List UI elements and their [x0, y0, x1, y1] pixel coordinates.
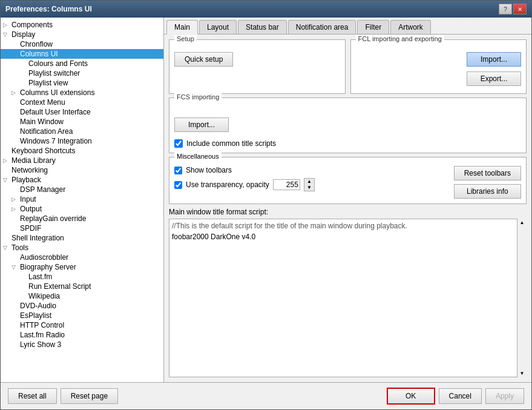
sidebar-item-context-menu[interactable]: Context Menu: [1, 98, 163, 107]
sidebar-item-audioscrobbler[interactable]: Audioscrobbler: [1, 253, 163, 262]
sidebar-item-esplaylist[interactable]: EsPlaylist: [1, 311, 163, 320]
titlebar: Preferences: Columns UI ? ✕: [1, 1, 531, 18]
sidebar-item-shell-integration[interactable]: Shell Integration: [1, 233, 163, 243]
sidebar-item-media-library[interactable]: ▷Media Library: [1, 156, 163, 165]
fcl-import-button[interactable]: Import...: [467, 52, 521, 67]
reset-all-button[interactable]: Reset all: [8, 388, 57, 404]
fcs-panel: FCS importing Import... Include common t…: [169, 98, 527, 153]
sidebar-item-dvd-audio[interactable]: DVD-Audio: [1, 301, 163, 311]
sidebar-item-replaygain-override[interactable]: ReplayGain override: [1, 214, 163, 223]
title-format-line1: //This is the default script for the tit…: [172, 222, 515, 230]
reset-toolbars-button[interactable]: Reset toolbars: [454, 166, 521, 180]
misc-inner: Show toolbars Use transparency, opacity …: [174, 164, 521, 199]
scroll-up-button[interactable]: ▲: [517, 219, 527, 225]
preferences-window: Preferences: Columns UI ? ✕ ▷Components▽…: [0, 0, 532, 410]
ok-button[interactable]: OK: [387, 388, 435, 405]
sidebar-item-colours-fonts[interactable]: Colours and Fonts: [1, 59, 163, 68]
sidebar-item-wikipedia[interactable]: Wikipedia: [1, 291, 163, 301]
title-format-line2: foobar2000 DarkOne v4.0: [172, 233, 515, 241]
close-button[interactable]: ✕: [513, 4, 527, 15]
transparency-checkbox[interactable]: [174, 181, 182, 189]
bottom-bar: Reset all Reset page OK Cancel Apply: [1, 382, 531, 409]
sidebar-label-media-library: Media Library: [11, 156, 56, 165]
sidebar-item-display[interactable]: ▽Display: [1, 30, 163, 39]
tab-notification-area[interactable]: Notification area: [288, 20, 356, 34]
fcs-import-button[interactable]: Import...: [174, 117, 229, 132]
sidebar-item-columns-ui-ext[interactable]: ▷Columns UI extensions: [1, 88, 163, 98]
sidebar-item-tools[interactable]: ▽Tools: [1, 243, 163, 253]
sidebar-item-spdif[interactable]: SPDIF: [1, 223, 163, 233]
opacity-input[interactable]: [273, 179, 300, 190]
content-area: Setup Quick setup FCL importing and expo…: [164, 35, 531, 382]
include-common-row: Include common title scripts: [174, 139, 521, 148]
tab-status-bar[interactable]: Status bar: [238, 20, 287, 34]
right-panel: MainLayoutStatus barNotification areaFil…: [164, 18, 531, 382]
sidebar-item-lastfm-radio[interactable]: Last.fm Radio: [1, 330, 163, 340]
opacity-up-button[interactable]: ▲: [304, 179, 314, 185]
title-format-box[interactable]: //This is the default script for the tit…: [169, 219, 527, 377]
sidebar-label-lastfm: Last.fm: [28, 273, 52, 281]
sidebar-item-lyric-show-3[interactable]: Lyric Show 3: [1, 340, 163, 349]
sidebar-item-dsp-manager[interactable]: DSP Manager: [1, 185, 163, 194]
sidebar-label-playback: Playback: [11, 176, 41, 184]
left-buttons: Reset all Reset page: [8, 388, 118, 404]
include-common-label: Include common title scripts: [186, 139, 276, 148]
help-button[interactable]: ?: [499, 4, 512, 15]
sidebar-item-biography-server[interactable]: ▽Biography Server: [1, 262, 163, 272]
sidebar-label-columns-ui-ext: Columns UI extensions: [20, 88, 94, 97]
sidebar-label-chronflow: Chronflow: [20, 40, 53, 48]
show-toolbars-checkbox[interactable]: [174, 167, 182, 174]
tab-artwork[interactable]: Artwork: [390, 20, 431, 34]
sidebar-item-columns-ui[interactable]: Columns UI: [1, 49, 163, 59]
sidebar-item-chronflow[interactable]: Chronflow: [1, 39, 163, 49]
sidebar-item-run-external-script[interactable]: Run External Script: [1, 282, 163, 291]
sidebar-item-lastfm[interactable]: Last.fm: [1, 272, 163, 282]
include-common-checkbox[interactable]: [174, 139, 183, 148]
title-format-label: Main window title format script:: [169, 208, 527, 216]
sidebar-label-input: Input: [20, 195, 36, 203]
sidebar-item-http-control[interactable]: HTTP Control: [1, 320, 163, 330]
sidebar-label-replaygain-override: ReplayGain override: [20, 214, 86, 223]
fcl-panel: FCL importing and exporting Import... Ex…: [350, 39, 527, 94]
sidebar-label-run-external-script: Run External Script: [28, 282, 91, 291]
opacity-down-button[interactable]: ▼: [304, 185, 314, 191]
tab-layout[interactable]: Layout: [199, 20, 237, 34]
sidebar-item-playlist-view[interactable]: Playlist view: [1, 78, 163, 88]
reset-page-button[interactable]: Reset page: [61, 388, 118, 404]
misc-left: Show toolbars Use transparency, opacity …: [174, 166, 449, 199]
title-format-area: Main window title format script: //This …: [169, 208, 527, 377]
sidebar-item-output[interactable]: ▷Output: [1, 204, 163, 214]
sidebar-item-playlist-switcher[interactable]: Playlist switcher: [1, 68, 163, 78]
sidebar-item-input[interactable]: ▷Input: [1, 194, 163, 204]
sidebar-label-dvd-audio: DVD-Audio: [20, 302, 56, 310]
sidebar-item-networking[interactable]: Networking: [1, 165, 163, 175]
sidebar-item-windows-7-integration[interactable]: Windows 7 Integration: [1, 136, 163, 146]
transparency-row: Use transparency, opacity ▲ ▼: [174, 178, 449, 191]
quick-setup-button[interactable]: Quick setup: [174, 52, 233, 67]
sidebar-item-default-user-interface[interactable]: Default User Interface: [1, 107, 163, 117]
sidebar-label-shell-integration: Shell Integration: [11, 234, 64, 242]
sidebar-label-default-user-interface: Default User Interface: [20, 108, 91, 116]
sidebar-label-playlist-view: Playlist view: [28, 79, 68, 87]
tree-arrow-display: ▽: [3, 31, 11, 38]
show-toolbars-label: Show toolbars: [186, 166, 232, 174]
sidebar-label-main-window: Main Window: [20, 117, 64, 126]
fcl-export-button[interactable]: Export...: [467, 71, 521, 86]
sidebar-item-playback[interactable]: ▽Playback: [1, 175, 163, 185]
cancel-button[interactable]: Cancel: [439, 388, 482, 404]
misc-group-label: Miscellaneous: [174, 153, 222, 160]
tab-main[interactable]: Main: [166, 20, 198, 35]
tab-filter[interactable]: Filter: [357, 20, 389, 34]
sidebar-item-main-window[interactable]: Main Window: [1, 117, 163, 127]
sidebar-label-lastfm-radio: Last.fm Radio: [20, 331, 65, 339]
sidebar-item-keyboard-shortcuts[interactable]: Keyboard Shortcuts: [1, 146, 163, 156]
sidebar-item-notification-area[interactable]: Notification Area: [1, 127, 163, 136]
top-panels-row: Setup Quick setup FCL importing and expo…: [169, 39, 527, 94]
sidebar: ▷Components▽DisplayChronflowColumns UICo…: [1, 18, 164, 382]
apply-button[interactable]: Apply: [485, 388, 524, 404]
scroll-down-button[interactable]: ▼: [517, 371, 527, 377]
misc-two-cols: Show toolbars Use transparency, opacity …: [174, 166, 521, 199]
libraries-info-button[interactable]: Libraries info: [454, 184, 521, 199]
sidebar-item-components[interactable]: ▷Components: [1, 20, 163, 30]
misc-right: Reset toolbars Libraries info: [454, 166, 521, 199]
